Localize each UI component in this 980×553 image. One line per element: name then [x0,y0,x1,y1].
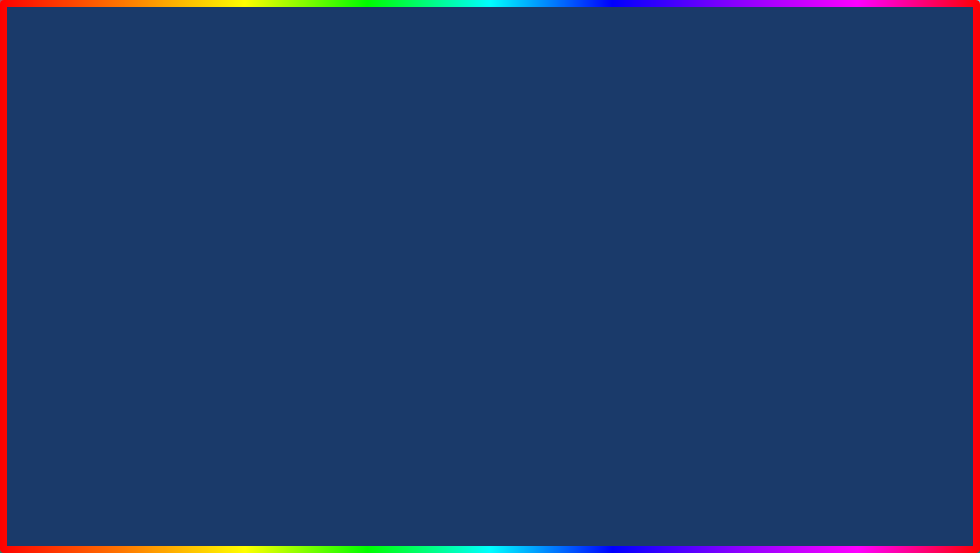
left-panel-logo: M [48,162,62,176]
left-session-info: Hr(s) : 0 Min(s) : 1 Sec(s) : 22 [218,184,292,190]
mobile-line1: MOBILE ✓ [46,213,237,248]
right-session-info: Hr(s) : 0 Min(s)... [890,187,932,193]
start-farm-logo: M [46,306,57,318]
right-username: XxArSendxX [703,187,743,194]
right-panel-content: Race V4 Teleport To Timple Of Time Telep… [717,201,938,325]
character-body [465,198,515,289]
right-panel-user-row: XxArSendxX Hr(s) : 0 Min(s)... [677,180,938,201]
dropdown-arrow-icon[interactable]: ▼ [287,206,293,214]
left-panel-title: Blox Fruit Update 18 [67,165,130,173]
teleport-temple-btn[interactable]: Teleport To Timple Of Time [723,220,933,237]
android-line: ANDROID ✓ [46,248,237,282]
char-torso [472,227,508,268]
race-v4-title: Race V4 [723,205,933,216]
work-text: WORK [581,143,684,188]
left-panel-header: M Blox Fruit Update 18 [Time] : 06:35:16… [42,159,298,180]
right-sidebar-btn-player[interactable]: Player [677,285,717,302]
right-sidebar-btn-racev4[interactable]: Race V4 [677,252,717,268]
right-time-display: [Time] : 06:35:29 [890,162,932,168]
left-avatar [48,182,64,198]
pastebin-text: PASTEBIN [635,490,817,532]
title-blox: BLOX [233,10,448,91]
minimize-icon[interactable]: ▭ [283,307,294,317]
logo-bottom-right: BL ☠ X FRUITS [825,475,929,538]
android-text: ANDROID [46,248,207,282]
right-sidebar-btn-weapons[interactable]: Weapons [677,235,717,252]
right-sidebar-btn-settings[interactable]: Settings [677,218,717,235]
title-fruits: FRUITS [469,10,747,91]
mobile-checkmark-icon: ✓ [185,215,210,246]
character-display [414,142,566,345]
auto-farm-text: AUTO FARM [163,478,480,543]
char-hair [474,195,506,208]
right-fps-display: [FPS] : 30 [907,169,932,176]
left-username: XxArSendxX [69,187,108,194]
logo-fruits-small: FRUITS [837,509,918,531]
left-panel-user-row: XxArSendxX Hr(s) : 0 Min(s) : 1 Sec(s) :… [42,180,298,201]
script-text: SCRIPT [491,490,625,532]
logo-x-text: X [902,483,918,508]
skull-icon: ☠ [871,481,899,509]
sidebar-btn-teleport[interactable]: Teleport [42,285,82,302]
teleport-ancient-btn[interactable]: Teleport To Acient One (Must Be in Templ… [723,260,933,278]
mobile-overlay-text: MOBILE ✓ ANDROID ✓ [46,213,237,282]
start-farm-row: M | Start Auto Farm ▭ [42,302,298,322]
logo-bl-text: BL [837,483,869,508]
mode-dropdown-arrow-icon[interactable]: ▼ [287,272,293,280]
char-legs2 [493,264,508,289]
work-for-mobile-badge: WORK FOR MOBILE [571,137,894,180]
right-sidebar: Main Settings Weapons Race V4 Stats Play… [677,201,717,325]
left-fps-display: [FPS] : 30 [267,169,292,176]
right-sidebar-btn-main[interactable]: Main [677,201,717,218]
balloon-blue [614,340,675,401]
title-section: BLOX FRUITS [0,10,980,91]
left-time-display: [Time] : 06:35:16 [250,162,292,168]
unlock-lever-btn[interactable]: Unlock Lever. [723,281,933,298]
right-panel-body: Main Settings Weapons Race V4 Stats Play… [677,201,938,325]
android-checkmark-icon: ✓ [212,250,237,280]
char-legs [472,264,487,289]
clock-access-btn[interactable]: Clock Acce... [723,301,933,318]
right-sidebar-btn-stats[interactable]: Stats [677,268,717,285]
mobile-text: MOBILE [46,213,180,248]
start-farm-btn[interactable]: | Start Auto Farm [61,308,279,316]
teleport-lever-btn[interactable]: Teleport To Lever Pull [723,240,933,257]
right-sidebar-btn-teleport[interactable]: Teleport [677,302,717,319]
left-ping-info: [Ping] : 132.61 (23%CV) [218,190,292,196]
